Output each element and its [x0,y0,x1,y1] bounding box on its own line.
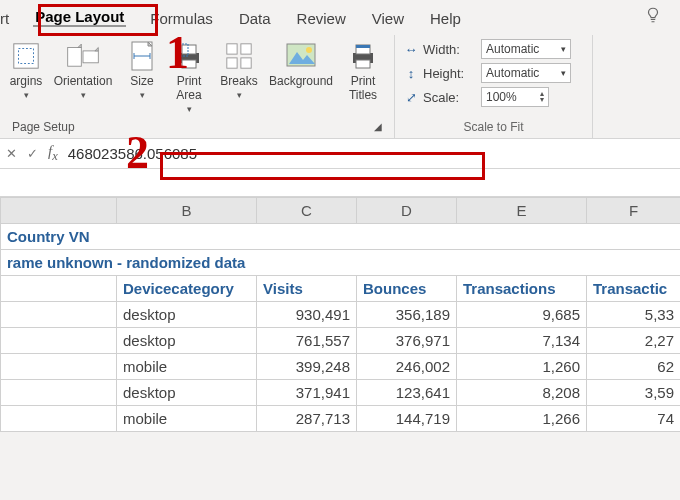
scale-icon: ⤢ [403,90,419,105]
ribbon: argins ▾ Orientation ▾ Size ▾ [0,31,680,139]
tab-view[interactable]: View [370,10,406,27]
print-area-label: Print Area [176,75,201,103]
svg-rect-12 [227,58,237,68]
spacer [0,169,680,197]
orientation-label: Orientation [54,75,113,89]
hdr-device[interactable]: Devicecategory [117,275,257,301]
svg-rect-19 [356,60,370,68]
svg-rect-13 [241,58,251,68]
hdr-tr[interactable]: Transactic [587,275,681,301]
print-area-button[interactable]: Print Area ▾ [164,37,214,116]
size-icon [128,39,156,73]
formula-bar: ✕ ✓ fx [0,139,680,169]
table-row[interactable]: mobile399,248246,0021,26062 [1,353,681,379]
tab-help[interactable]: Help [428,10,463,27]
hdr-bounces[interactable]: Bounces [357,275,457,301]
cancel-icon[interactable]: ✕ [6,146,17,161]
orientation-button[interactable]: Orientation ▾ [46,37,120,102]
svg-rect-8 [182,60,196,68]
width-icon: ↔ [403,42,419,57]
col-header[interactable]: C [257,197,357,223]
header-row[interactable]: Devicecategory Visits Bounces Transactio… [1,275,681,301]
title-row-2[interactable]: rame unknown - randomized data [1,249,681,275]
svg-point-16 [306,47,312,53]
height-label: Height: [423,66,477,81]
height-value: Automatic [486,66,539,80]
group-page-setup: argins ▾ Orientation ▾ Size ▾ [0,35,395,138]
width-value: Automatic [486,42,539,56]
background-icon [285,39,317,73]
table-row[interactable]: mobile287,713144,7191,26674 [1,405,681,431]
scale-value: 100% [486,90,517,104]
col-header[interactable]: B [117,197,257,223]
spinner-icon[interactable]: ▴▾ [540,91,544,103]
group-label-scale: Scale to Fit [401,116,586,136]
margins-label: argins [10,75,43,89]
tab-page-layout[interactable]: Page Layout [33,8,126,27]
breaks-icon [224,39,254,73]
col-header[interactable]: D [357,197,457,223]
hdr-trans[interactable]: Transactions [457,275,587,301]
tab-partial[interactable]: rt [0,10,11,27]
col-header[interactable]: E [457,197,587,223]
tell-me-icon[interactable] [644,6,662,27]
ribbon-tabs: rt Page Layout Formulas Data Review View… [0,0,680,31]
orientation-icon [66,39,100,73]
column-headers[interactable]: B C D E F [1,197,681,223]
col-header[interactable]: F [587,197,681,223]
background-button[interactable]: Background [264,37,338,91]
size-button[interactable]: Size ▾ [120,37,164,102]
dialog-launcher-icon[interactable]: ◢ [374,121,382,132]
svg-rect-7 [182,45,196,54]
svg-rect-0 [14,44,38,68]
page-setup-text: Page Setup [12,120,75,134]
print-titles-icon [347,39,379,73]
width-label: Width: [423,42,477,57]
scale-label: Scale: [423,90,477,105]
print-area-icon [173,39,205,73]
svg-rect-20 [356,45,370,48]
col-header-blank[interactable] [1,197,117,223]
breaks-button[interactable]: Breaks ▾ [214,37,264,102]
chevron-down-icon: ▾ [561,68,566,78]
table-row[interactable]: desktop371,941123,6418,2083,59 [1,379,681,405]
tab-formulas[interactable]: Formulas [148,10,215,27]
svg-rect-11 [241,44,251,54]
chevron-down-icon: ▾ [237,90,242,100]
print-titles-label: Print Titles [349,75,377,103]
tab-review[interactable]: Review [295,10,348,27]
chevron-down-icon: ▾ [561,44,566,54]
hdr-visits[interactable]: Visits [257,275,357,301]
table-row[interactable]: desktop930,491356,1899,6855,33 [1,301,681,327]
chevron-down-icon: ▾ [81,90,86,100]
group-scale-to-fit: ↔ Width: Automatic ▾ ↕ Height: Automatic… [395,35,593,138]
svg-rect-3 [83,51,98,63]
svg-rect-10 [227,44,237,54]
svg-rect-2 [68,48,82,67]
enter-icon[interactable]: ✓ [27,146,38,161]
chevron-down-icon: ▾ [24,90,29,100]
formula-input[interactable] [68,145,674,162]
breaks-label: Breaks [220,75,257,89]
margins-button[interactable]: argins ▾ [6,37,46,102]
print-titles-button[interactable]: Print Titles [338,37,388,105]
fx-icon[interactable]: fx [48,143,58,164]
chevron-down-icon: ▾ [140,90,145,100]
chevron-down-icon: ▾ [187,104,192,114]
spreadsheet-grid[interactable]: B C D E F Country VN rame unknown - rand… [0,197,680,432]
height-select[interactable]: Automatic ▾ [481,63,571,83]
background-label: Background [269,75,333,89]
size-label: Size [130,75,153,89]
title-row-1[interactable]: Country VN [1,223,681,249]
group-label-page-setup: Page Setup ◢ [6,116,388,136]
width-select[interactable]: Automatic ▾ [481,39,571,59]
height-icon: ↕ [403,66,419,81]
table-row[interactable]: desktop761,557376,9717,1342,27 [1,327,681,353]
tab-data[interactable]: Data [237,10,273,27]
scale-input[interactable]: 100% ▴▾ [481,87,549,107]
margins-icon [11,39,41,73]
